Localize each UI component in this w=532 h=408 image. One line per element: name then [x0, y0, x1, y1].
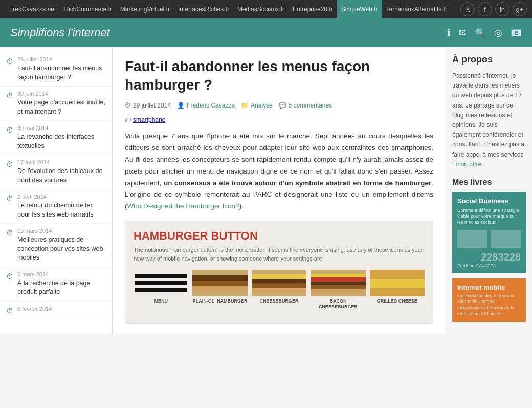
- main-layout: ⏱ 29 juillet 2014 Faut-il abandonner les…: [0, 47, 532, 334]
- clock-meta-icon: ⏱: [125, 102, 131, 109]
- nav-simpleweb[interactable]: SimpleWeb.fr: [337, 0, 382, 18]
- item-date-3: 30 mai 2014: [17, 125, 106, 131]
- infographic-title: HAMBURGER BUTTON: [134, 229, 425, 243]
- menu-line-3: [135, 288, 187, 292]
- article-author-item: 👤 Frédéric Cavazza: [177, 102, 235, 109]
- nav-richcommerce[interactable]: RichCommerce.fr: [60, 0, 116, 18]
- item-label-bacon: BACON CHEESEBURGER: [311, 298, 365, 310]
- hamburger-item-plain: PLAIN-OL' HAMBURGER: [192, 270, 247, 310]
- book1-img-1: [457, 230, 487, 248]
- sidebar-item-2[interactable]: ⏱ 30 juin 2014 Votre page d'accueil est …: [0, 87, 112, 121]
- header-icons: ℹ ✉ 🔍 ◎ 📧: [447, 27, 522, 38]
- item-title-2: Votre page d'accueil est inutile, et mai…: [17, 98, 106, 116]
- item-title-5: Le retour du chemin de fer pour les site…: [17, 201, 106, 219]
- article-date-item: ⏱ 29 juillet 2014: [125, 102, 171, 109]
- item-content-1: 29 juillet 2014 Faut-il abandonner les m…: [17, 56, 106, 82]
- about-text: Passionné d'internet, je travaille dans …: [452, 71, 526, 169]
- sidebar-item-5[interactable]: ⏱ 2 avril 2014 Le retour du chemin de fe…: [0, 189, 112, 224]
- sidebar-item-8[interactable]: ⏱ 6 février 2014: [0, 302, 112, 319]
- sidebar-item-7[interactable]: ⏱ 5 mars 2014 À la recherche de la page …: [0, 267, 112, 302]
- hamburger-infographic: HAMBURGER BUTTON The notorious "hamburge…: [125, 221, 433, 324]
- article-comments-link[interactable]: 5 commentaires: [289, 102, 332, 109]
- infographic-subtitle: The notorious "hamburger button" is the …: [134, 246, 425, 263]
- sidebar-item-6[interactable]: ⏱ 19 mars 2014 Meilleures pratiques de c…: [0, 224, 112, 267]
- book1-subtitle: Comment définir une stratégie viable pou…: [457, 208, 521, 226]
- about-title: À propos: [452, 54, 526, 65]
- bacon-row-4: [311, 282, 365, 285]
- article-body-intro: Voilà presque 7 ans que l'iphone a été m…: [125, 132, 433, 187]
- facebook-icon[interactable]: f: [478, 2, 492, 16]
- info-icon[interactable]: ℹ: [447, 27, 451, 38]
- bacon-row-1: [311, 270, 365, 273]
- googleplus-icon[interactable]: g+: [513, 2, 527, 16]
- bacon-row-7: [311, 293, 365, 296]
- nav-terminauxalternatifs[interactable]: TerminauxAlternatifs.fr: [382, 0, 451, 18]
- book-internet-mobile[interactable]: Internet mobile La révolution des termin…: [452, 278, 526, 323]
- cheese-row-1: [252, 270, 306, 274]
- linkedin-icon[interactable]: in: [495, 2, 509, 16]
- about-link[interactable]: mon offre.: [456, 161, 483, 168]
- rss-icon[interactable]: ◎: [494, 27, 502, 38]
- item-date-5: 2 avril 2014: [17, 194, 106, 200]
- top-navigation: FredCavazza.net RichCommerce.fr Marketin…: [0, 0, 532, 18]
- plain-row-5: [192, 291, 247, 296]
- nav-interfacesriches[interactable]: InterfacesRiches.fr: [174, 0, 233, 18]
- mail-icon[interactable]: ✉: [459, 27, 467, 38]
- sidebar-item-1[interactable]: ⏱ 29 juillet 2014 Faut-il abandonner les…: [0, 52, 112, 87]
- article-tag-row: 🏷 smartphone: [125, 116, 433, 123]
- search-icon[interactable]: 🔍: [475, 27, 486, 38]
- twitter-icon[interactable]: 𝕏: [460, 2, 475, 16]
- clock-icon-4: ⏱: [6, 160, 13, 168]
- grilled-row-3: [370, 288, 425, 296]
- article-tag-link[interactable]: smartphone: [133, 116, 165, 123]
- book1-title: Social Business: [457, 197, 521, 206]
- menu-line-1: [135, 274, 187, 278]
- item-title-1: Faut-il abandonner les menus façon hambu…: [17, 64, 106, 82]
- grilled-stack: [370, 270, 425, 296]
- nav-mediassociaux[interactable]: MediasSociaux.fr: [233, 0, 289, 18]
- hamburger-item-bacon: BACON CHEESEBURGER: [311, 270, 365, 310]
- menu-line-2: [135, 281, 187, 285]
- item-label-cheese: CHEESEBURGER: [259, 298, 298, 304]
- book-social-business[interactable]: Social Business Comment définir une stra…: [452, 192, 526, 273]
- cheese-row-2: [252, 274, 306, 279]
- item-date-1: 29 juillet 2014: [17, 56, 106, 62]
- clock-icon-5: ⏱: [6, 195, 13, 203]
- about-text-content: Passionné d'internet, je travaille dans …: [452, 72, 524, 168]
- clock-icon-2: ⏱: [6, 92, 13, 100]
- nav-fredcavazza[interactable]: FredCavazza.net: [5, 0, 60, 18]
- article-body-link[interactable]: Who Designed the Hamburger Icon?: [127, 202, 239, 210]
- item-date-4: 17 avril 2014: [17, 159, 106, 165]
- envelope-icon[interactable]: 📧: [511, 27, 522, 38]
- article-comments-item: 💬 5 commentaires: [279, 102, 332, 109]
- books-title: Mes livres: [452, 178, 526, 187]
- item-date-8: 6 février 2014: [17, 306, 106, 312]
- social-icons: 𝕏 f in g+: [460, 2, 527, 16]
- sidebar-item-4[interactable]: ⏱ 17 avril 2014 De l'évolution des table…: [0, 155, 112, 189]
- nav-marketingvirtuel[interactable]: MarketingVirtuel.fr: [116, 0, 174, 18]
- item-content-5: 2 avril 2014 Le retour du chemin de fer …: [17, 194, 106, 219]
- cheese-row-3: [252, 279, 306, 284]
- item-date-6: 19 mars 2014: [17, 228, 106, 234]
- item-content-7: 5 mars 2014 À la recherche de la page pr…: [17, 271, 106, 297]
- hamburger-grid: MENU PLAIN-OL' HAMBURGER: [134, 270, 425, 310]
- nav-entreprise20[interactable]: Entreprise20.fr: [289, 0, 337, 18]
- plain-row-1: [192, 270, 247, 275]
- clock-icon-8: ⏱: [6, 307, 13, 315]
- item-label-grilled: GRILLED CHEESE: [377, 298, 417, 304]
- article-category-item: 📁 Analyse: [241, 102, 273, 109]
- hamburger-item-grilled: GRILLED CHEESE: [370, 270, 425, 310]
- item-date-7: 5 mars 2014: [17, 271, 106, 277]
- article-category-link[interactable]: Analyse: [251, 102, 273, 109]
- clock-icon-1: ⏱: [6, 57, 13, 66]
- article-body-end: ).: [239, 202, 243, 210]
- book2-title: Internet mobile: [457, 284, 521, 292]
- article-date: 29 juillet 2014: [133, 102, 171, 109]
- book1-img-2: [491, 230, 521, 248]
- sidebar-item-3[interactable]: ⏱ 30 mai 2014 La revanche des interfaces…: [0, 121, 112, 155]
- item-title-6: Meilleures pratiques de conception pour …: [17, 235, 106, 263]
- plain-row-4: [192, 286, 247, 291]
- clock-icon-3: ⏱: [6, 126, 13, 134]
- article-author-link[interactable]: Frédéric Cavazza: [187, 102, 235, 109]
- book1-number: 2283228: [457, 251, 521, 263]
